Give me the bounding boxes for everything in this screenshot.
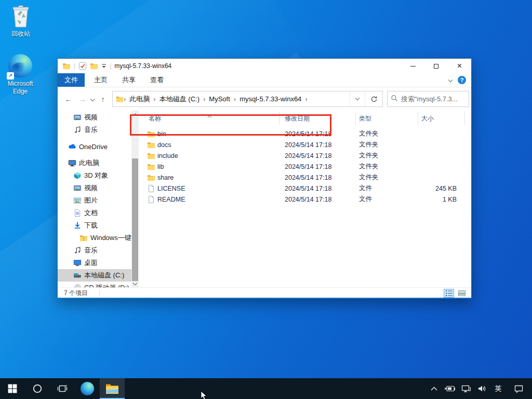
file-date: 2024/5/14 17:18 (280, 141, 356, 149)
explorer-window: | | mysql-5.7.33-winx64 × 文件 主页 共享 查看 ? (57, 58, 472, 299)
file-size: 1 KB (418, 196, 465, 203)
edge-icon (81, 382, 94, 395)
column-header-date[interactable]: 修改日期 (280, 112, 356, 125)
scroll-up-icon[interactable] (131, 111, 139, 118)
item-count: 7 个项目 (64, 289, 88, 298)
refresh-icon[interactable] (365, 91, 382, 107)
breadcrumb-item[interactable]: 本地磁盘 (C:) (156, 95, 203, 104)
file-name: README (157, 196, 185, 203)
address-bar[interactable]: ›此电脑›本地磁盘 (C:)›MySoft›mysql-5.7.33-winx6… (112, 91, 383, 107)
sidebar-item-label: 音乐 (84, 246, 98, 255)
download-icon (73, 221, 82, 230)
breadcrumb-item[interactable]: mysql-5.7.33-winx64 (236, 95, 305, 103)
file-row[interactable]: share2024/5/14 17:18文件夹 (141, 172, 471, 183)
taskbar-explorer-button[interactable] (100, 378, 125, 399)
ime-indicator[interactable]: 英 (492, 381, 504, 396)
sidebar-item[interactable]: 视频 (58, 111, 131, 124)
file-row[interactable]: README2024/5/14 17:18文件1 KB (141, 194, 471, 205)
breadcrumb-item[interactable]: MySoft (205, 95, 233, 103)
column-header-type[interactable]: 类型 (356, 112, 418, 125)
properties-check-icon[interactable] (78, 62, 87, 70)
details-view-button[interactable] (444, 289, 454, 298)
volume-icon[interactable] (476, 381, 488, 396)
file-type: 文件夹 (356, 162, 418, 171)
music-icon (73, 126, 82, 134)
sidebar-item-label: 音乐 (84, 125, 98, 135)
action-center-button[interactable] (512, 381, 525, 396)
search-icon (391, 95, 398, 104)
search-box[interactable] (387, 91, 469, 107)
scrollbar-thumb[interactable] (132, 158, 138, 281)
sidebar-item[interactable]: 3D 对象 (58, 169, 131, 182)
recycle-bin-icon (1, 4, 41, 28)
forward-button[interactable]: → (76, 95, 88, 103)
windows-logo-icon (8, 384, 17, 393)
breadcrumb-item[interactable]: 此电脑 (126, 95, 153, 104)
sidebar-item[interactable]: 音乐 (58, 244, 131, 257)
sidebar-item-label: 下载 (84, 221, 98, 230)
desktop-monitor-icon (73, 259, 82, 267)
up-button[interactable]: ↑ (97, 95, 109, 103)
maximize-button[interactable] (424, 59, 448, 73)
taskbar-edge-button[interactable] (75, 378, 100, 399)
address-dropdown-icon[interactable] (350, 91, 365, 107)
file-row[interactable]: LICENSE2024/5/14 17:18文件245 KB (141, 183, 471, 194)
back-button[interactable]: ← (63, 95, 74, 103)
tab-file[interactable]: 文件 (58, 73, 85, 87)
sidebar-item[interactable]: CD 驱动器 (D:) (58, 282, 131, 287)
tab-home[interactable]: 主页 (89, 73, 113, 87)
sidebar-scrollbar[interactable] (131, 111, 139, 287)
file-row[interactable]: bin2024/5/14 17:18文件夹 (141, 128, 471, 139)
power-status-icon[interactable] (444, 381, 456, 396)
network-icon[interactable] (460, 381, 472, 396)
show-hidden-icons-button[interactable] (428, 381, 440, 396)
expand-ribbon-icon[interactable] (448, 75, 453, 85)
tab-view[interactable]: 查看 (145, 73, 169, 87)
cortana-circle-icon (32, 383, 43, 394)
task-view-button[interactable] (50, 378, 75, 399)
sidebar-item[interactable]: OneDrive (58, 140, 131, 153)
close-button[interactable]: × (448, 59, 471, 73)
sidebar-item[interactable]: 桌面 (58, 257, 131, 269)
sidebar-item-label: 图片 (84, 196, 98, 205)
sidebar-item[interactable]: 本地磁盘 (C:) (58, 269, 131, 282)
folder-icon (62, 62, 71, 70)
search-button[interactable] (25, 378, 50, 399)
ribbon-tabs: 文件 主页 共享 查看 ? (58, 73, 471, 87)
scroll-down-icon[interactable] (131, 280, 139, 287)
qat-customize-caret-icon[interactable] (101, 62, 107, 70)
file-row[interactable]: lib2024/5/14 17:18文件夹 (141, 161, 471, 172)
start-button[interactable] (0, 378, 25, 399)
sidebar-item[interactable]: 此电脑 (58, 157, 131, 169)
search-input[interactable] (401, 95, 466, 103)
title-bar: | | mysql-5.7.33-winx64 × (58, 59, 471, 73)
tab-share[interactable]: 共享 (117, 73, 141, 87)
sidebar-item[interactable]: 下载 (58, 219, 131, 232)
new-folder-icon[interactable] (90, 62, 98, 70)
desktop-icon-edge[interactable]: ↗ Microsoft Edge (1, 54, 40, 96)
file-row[interactable]: include2024/5/14 17:18文件夹 (141, 150, 471, 161)
help-icon[interactable]: ? (458, 76, 466, 84)
file-row[interactable]: docs2024/5/14 17:18文件夹 (141, 139, 471, 150)
desktop-icon-label: 回收站 (1, 30, 41, 38)
column-header-size[interactable]: 大小 (418, 112, 465, 125)
minimize-icon (410, 66, 416, 66)
navigation-pane: 视频音乐OneDrive此电脑3D 对象视频图片文档下载Windows一键音乐桌… (58, 111, 131, 287)
sidebar-item[interactable]: 文档 (58, 207, 131, 219)
file-name: LICENSE (157, 185, 185, 192)
thumbnail-view-button[interactable] (457, 289, 467, 298)
taskbar: 英 (0, 378, 532, 399)
sidebar-item[interactable]: 视频 (58, 182, 131, 194)
recent-locations-icon[interactable] (90, 95, 95, 104)
sidebar-item[interactable]: 图片 (58, 194, 131, 207)
sidebar-item-label: 本地磁盘 (C:) (84, 271, 124, 280)
sidebar-item-label: Windows一键 (90, 233, 131, 243)
file-icon (147, 184, 155, 193)
sidebar-item[interactable]: 音乐 (58, 124, 131, 136)
sidebar-item[interactable]: Windows一键 (58, 232, 131, 244)
file-list-pane: 名称 修改日期 类型 大小 bin2024/5/14 17:18文件夹docs2… (141, 111, 471, 287)
breadcrumb-separator[interactable]: › (305, 95, 307, 103)
minimize-button[interactable] (401, 59, 424, 73)
desktop-icon-recycle-bin[interactable]: 回收站 (1, 4, 41, 38)
edge-logo-icon: ↗ (8, 54, 32, 78)
